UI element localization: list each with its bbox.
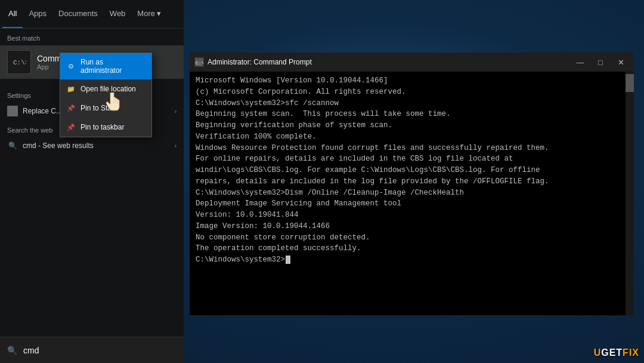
settings-chevron-icon: › — [175, 108, 177, 115]
watermark-u: U — [594, 347, 602, 358]
cmd-cursor — [286, 256, 290, 264]
tab-web[interactable]: Web — [104, 0, 132, 28]
cmd-line: Beginning verification phase of system s… — [196, 120, 618, 131]
web-search-item-text: cmd - See web results — [23, 141, 94, 150]
cmd-titlebar-icon: C:\ — [194, 57, 204, 67]
cmd-line: C:\Windows\system32>Dism /Online /Cleanu… — [196, 187, 618, 199]
watermark-fix: FIX — [623, 347, 639, 358]
cmd-line: Windows Resource Protection found corrup… — [196, 143, 618, 154]
cmd-line: C:\Windows\system32>sfc /scannow — [196, 98, 618, 109]
pin-start-icon: 📌 — [66, 103, 76, 113]
cmd-line: The operation completed successfully. — [196, 243, 618, 254]
context-run-as-admin-label: Run as administrator — [80, 58, 145, 75]
context-pin-to-start[interactable]: 📌 Pin to Start — [60, 99, 151, 118]
settings-item-icon — [7, 106, 18, 116]
tab-apps[interactable]: Apps — [23, 0, 52, 28]
pin-taskbar-icon: 📌 — [66, 122, 76, 132]
run-admin-icon: ⚙ — [66, 61, 76, 71]
watermark-get: GET — [601, 347, 623, 358]
chevron-down-icon: ▾ — [157, 9, 161, 18]
tab-all[interactable]: All — [2, 0, 23, 28]
tab-more[interactable]: More ▾ — [131, 0, 167, 28]
folder-icon: 📁 — [66, 84, 76, 94]
start-tabs: All Apps Documents Web More ▾ — [0, 0, 184, 29]
watermark: UGETFIX — [594, 347, 639, 358]
cmd-line: Version: 10.0.19041.844 — [196, 210, 618, 221]
cmd-line: Verification 100% complete. — [196, 131, 618, 143]
cmd-icon: C:\> — [12, 55, 26, 69]
cmd-line: repairs, details are included in the log… — [196, 176, 618, 187]
search-icon: 🔍 — [7, 346, 17, 355]
web-search-chevron-icon: › — [175, 143, 177, 149]
cmd-line: No component store corruption detected. — [196, 232, 618, 244]
cmd-scrollbar[interactable] — [626, 72, 634, 315]
context-open-file-location[interactable]: 📁 Open file location — [60, 79, 151, 99]
tab-documents[interactable]: Documents — [52, 0, 104, 28]
cmd-titlebar: C:\ Administrator: Command Prompt — □ ✕ — [190, 53, 634, 72]
context-pin-to-start-label: Pin to Start — [80, 104, 116, 112]
start-menu: All Apps Documents Web More ▾ Best match… — [0, 0, 184, 363]
context-pin-to-taskbar-label: Pin to taskbar — [80, 123, 124, 131]
cmd-close-button[interactable]: ✕ — [612, 54, 629, 70]
search-bar: 🔍 cmd — [0, 337, 184, 363]
web-search-item-cmd[interactable]: 🔍 cmd - See web results › — [0, 136, 184, 155]
context-menu: ⚙ Run as administrator 📁 Open file locat… — [60, 53, 152, 137]
cmd-line: Deployment Image Servicing and Managemen… — [196, 198, 618, 210]
search-web-icon: 🔍 — [7, 140, 18, 151]
app-icon: C:\> — [7, 50, 31, 74]
cmd-maximize-button[interactable]: □ — [592, 54, 609, 70]
cmd-line: windir\Logs\CBS\CBS.log. For example C:\… — [196, 165, 618, 176]
best-match-label: Best match — [0, 29, 184, 45]
cmd-line: C:\Windows\system32> — [196, 254, 618, 266]
cmd-content: Microsoft Windows [Version 10.0.19044.14… — [196, 75, 628, 266]
context-open-file-location-label: Open file location — [80, 85, 136, 93]
cmd-body: Microsoft Windows [Version 10.0.19044.14… — [190, 72, 634, 315]
cmd-line: (c) Microsoft Corporation. All rights re… — [196, 87, 618, 98]
cmd-line: Beginning system scan. This process will… — [196, 109, 618, 120]
cmd-titlebar-title: Administrator: Command Prompt — [208, 58, 568, 66]
cmd-line: For online repairs, details are included… — [196, 153, 618, 165]
cmd-minimize-button[interactable]: — — [572, 54, 589, 70]
context-pin-to-taskbar[interactable]: 📌 Pin to taskbar — [60, 118, 151, 137]
cmd-scrollbar-thumb[interactable] — [626, 74, 634, 92]
cmd-line: Image Version: 10.0.19044.1466 — [196, 221, 618, 232]
svg-text:C:\>: C:\> — [13, 59, 26, 66]
svg-text:C:\: C:\ — [196, 60, 203, 66]
cmd-line: Microsoft Windows [Version 10.0.19044.14… — [196, 75, 618, 87]
context-run-as-admin[interactable]: ⚙ Run as administrator — [60, 53, 151, 79]
cmd-window: C:\ Administrator: Command Prompt — □ ✕ … — [190, 53, 634, 315]
search-input-value[interactable]: cmd — [23, 346, 39, 355]
